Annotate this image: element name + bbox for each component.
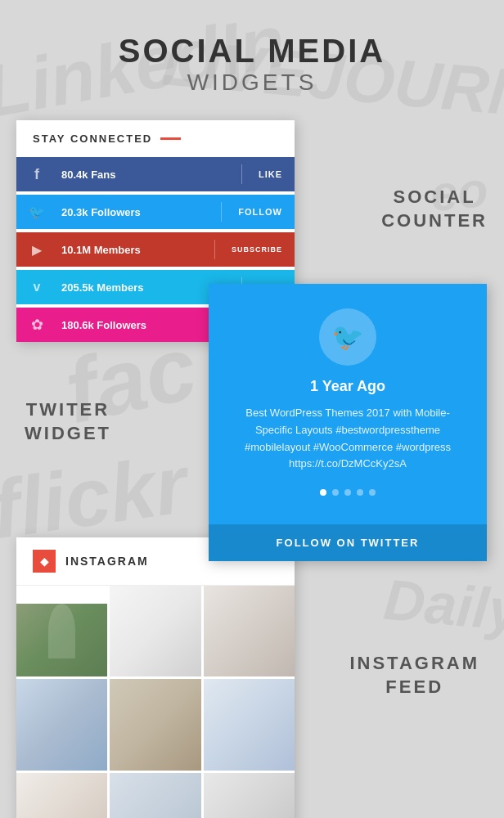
instagram-title: INSTAGRAM [65,555,149,568]
instagram-photo-7[interactable] [16,773,107,818]
sc-row-facebook: f 80.4k Fans LIKE [16,157,295,191]
instagram-photo-5[interactable] [110,679,200,770]
sc-youtube-icon-area: ▶ [16,232,57,267]
widgets-area: STAY CONNECTED f 80.4k Fans LIKE 🐦 [0,120,504,775]
twitter-follow-button[interactable]: FOLLOW ON TWITTER [209,524,487,561]
social-counter-label: SOCIALCOUNTER [381,186,488,232]
instagram-grid [16,586,295,818]
sc-facebook-divider [241,164,242,184]
sc-youtube-action[interactable]: SUBSCRIBE [219,245,295,254]
twitter-dot-5[interactable] [369,489,376,496]
instagram-card: ◆ INSTAGRAM [16,537,295,818]
sc-twitter-action[interactable]: FOLLOW [226,207,295,217]
sc-dash [160,137,181,140]
sc-facebook-action[interactable]: LIKE [246,169,295,179]
facebook-icon: f [34,166,39,183]
page-header: SOCIAL MEDIA WIDGETS [0,0,504,120]
instagram-photo-1[interactable] [16,586,107,676]
sc-row-twitter: 🐦 20.3k Followers FOLLOW [16,195,295,229]
sc-twitter-info: 20.3k Followers [57,206,217,218]
instagram-feed-side-label: INSTAGRAMFEED [349,652,479,699]
sc-youtube-count: 10.1M Members [61,244,210,256]
sc-vimeo-icon-area: v [16,270,57,304]
twitter-widget-card: 🐦 1 Year Ago Best WordPress Themes 2017 … [209,284,487,561]
twitter-bird-circle: 🐦 [319,308,376,366]
sc-twitter-count: 20.3k Followers [61,206,217,218]
social-counter-title: STAY CONNECTED [33,133,152,145]
instagram-icon: ◆ [40,555,49,568]
twitter-widget-label: TWITERWIDGET [25,398,111,445]
page-content: SOCIAL MEDIA WIDGETS STAY CONNECTED f 80… [0,0,504,775]
social-counter-header: STAY CONNECTED [16,120,295,157]
instagram-feed-label: INSTAGRAMFEED [349,652,479,699]
sc-twitter-divider [221,202,222,222]
sc-facebook-count: 80.4k Fans [61,169,237,181]
instagram-photo-4[interactable] [16,679,107,770]
sc-youtube-divider [214,240,215,259]
sc-facebook-info: 80.4k Fans [57,169,237,181]
twitter-dot-1[interactable] [320,489,326,496]
page-title-main: SOCIAL MEDIA [16,33,488,70]
instagram-photo-6[interactable] [204,679,295,770]
sc-pinterest-icon-area: ✿ [16,308,57,342]
twitter-tweet-text: Best WordPress Themes 2017 with Mobile-S… [229,405,466,473]
sc-twitter-icon-area: 🐦 [16,195,57,229]
vimeo-icon: v [34,280,41,294]
instagram-photo-2[interactable] [110,586,200,676]
sc-facebook-icon-area: f [16,157,57,191]
instagram-icon-box: ◆ [33,550,56,573]
twitter-dot-4[interactable] [357,489,363,496]
sc-youtube-info: 10.1M Members [57,244,210,256]
instagram-photo-8[interactable] [110,773,200,818]
twitter-dot-2[interactable] [332,489,339,496]
pinterest-icon: ✿ [31,316,43,334]
instagram-photo-3[interactable] [204,586,295,676]
sc-row-youtube: ▶ 10.1M Members SUBSCRIBE [16,232,295,267]
twitter-icon: 🐦 [29,204,45,220]
twitter-widget-body: 🐦 1 Year Ago Best WordPress Themes 2017 … [209,284,487,524]
twitter-dot-3[interactable] [344,489,351,496]
twitter-widget-side-label: TWITERWIDGET [25,398,111,445]
twitter-time: 1 Year Ago [229,378,466,395]
youtube-icon: ▶ [32,242,42,258]
social-counter-side-label: SOCIALCOUNTER [381,186,488,232]
page-title-sub: WIDGETS [16,70,488,96]
twitter-dots [229,489,466,496]
twitter-bird-icon: 🐦 [331,321,364,353]
instagram-photo-9[interactable] [204,773,295,818]
